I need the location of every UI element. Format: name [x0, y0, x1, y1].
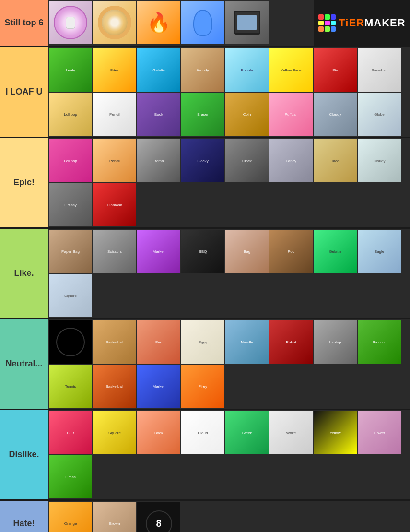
list-item: Robot: [269, 320, 313, 364]
list-item: Book: [137, 93, 180, 136]
list-item: Green: [225, 411, 269, 454]
list-item: Poo: [269, 230, 313, 273]
list-item: Leafy: [49, 48, 92, 92]
list-item: Pin: [314, 48, 357, 92]
tier-row-still-top: Still top 6 🔥: [0, 0, 410, 47]
list-item: Gelatin: [314, 230, 357, 273]
list-item: Pencil: [93, 139, 136, 182]
tier-content-like: Paper Bag Scissors Marker BBQ Bag Poo Ge…: [48, 229, 410, 318]
list-item: 🔥: [137, 1, 180, 44]
list-item: Orange: [49, 502, 92, 532]
list-item: Fries: [93, 48, 136, 92]
list-item: [93, 1, 136, 44]
list-item: Lollipop: [49, 93, 92, 136]
list-item: Eagle: [358, 230, 401, 273]
tier-label-i-loaf: I LOAF U: [0, 47, 48, 137]
list-item: [181, 1, 224, 44]
tier-label-hate: Hate!: [0, 501, 48, 532]
list-item: Fanny: [269, 139, 313, 182]
list-item: Cloudy: [314, 93, 357, 136]
list-item: Paper Bag: [49, 230, 92, 273]
list-item: Bomb: [137, 139, 180, 182]
list-item: Cloudy: [358, 139, 401, 182]
list-item: Puffball: [269, 93, 313, 136]
list-item: Firey: [181, 365, 224, 408]
list-item: Marker: [137, 230, 180, 273]
tier-label-still-top: Still top 6: [0, 0, 48, 46]
list-item: Grass: [49, 455, 92, 498]
list-item: Yellow: [314, 411, 357, 454]
list-item: Snowball: [358, 48, 401, 92]
list-item: Scissors: [93, 230, 136, 273]
list-item: [225, 1, 269, 44]
list-item: Tennis: [49, 365, 92, 408]
tier-label-neutral: Neutral...: [0, 319, 48, 409]
list-item: Lollipop: [49, 139, 92, 182]
tier-row-i-loaf: I LOAF U Leafy Fries Gelatin Woody Bubbl…: [0, 47, 410, 138]
list-item: Pencil: [93, 93, 136, 136]
tier-row-epic: Epic! Lollipop Pencil Bomb Blocky Clock …: [0, 138, 410, 229]
list-item: BBQ: [181, 230, 224, 273]
tier-label-dislike: Dislike.: [0, 410, 48, 499]
tier-row-like: Like. Paper Bag Scissors Marker BBQ Bag …: [0, 229, 410, 319]
list-item: Bag: [225, 230, 269, 273]
tier-label-epic: Epic!: [0, 138, 48, 227]
list-item: Needle: [225, 320, 269, 364]
list-item: Eraser: [181, 93, 224, 136]
list-item: Marker: [137, 365, 180, 408]
tier-row-neutral: Neutral... Basketball Pen Eggy Needle Ro…: [0, 319, 410, 410]
list-item: Coin: [225, 93, 269, 136]
list-item: Cloud: [181, 411, 224, 454]
list-item: Broccoli: [358, 320, 401, 364]
tier-content-still-top: 🔥: [48, 0, 314, 46]
list-item: Woody: [181, 48, 224, 92]
list-item: Eggy: [181, 320, 224, 364]
list-item: Blocky: [181, 139, 224, 182]
list-item: Yellow Face: [269, 48, 313, 92]
list-item: Basketball: [93, 365, 136, 408]
list-item: Square: [93, 411, 136, 454]
list-item: Brown: [93, 502, 136, 532]
tier-content-neutral: Basketball Pen Eggy Needle Robot Laptop …: [48, 319, 410, 409]
tier-row-hate: Hate! Orange Brown 8: [0, 501, 410, 532]
list-item: Book: [137, 411, 180, 454]
list-item: Globe: [358, 93, 401, 136]
list-item: Clock: [225, 139, 269, 182]
list-item: Basketball: [93, 320, 136, 364]
list-item: Bubble: [225, 48, 269, 92]
tier-content-i-loaf: Leafy Fries Gelatin Woody Bubble Yellow …: [48, 47, 410, 137]
tier-row-dislike: Dislike. BFB Square Book Cloud Green Whi…: [0, 410, 410, 501]
list-item: Square: [49, 274, 92, 317]
list-item: Pen: [137, 320, 180, 364]
list-item: BFB: [49, 411, 92, 454]
tier-label-like: Like.: [0, 229, 48, 318]
tiermaker-logo: TiERMAKER: [314, 0, 410, 46]
list-item: 8: [137, 502, 180, 532]
list-item: Laptop: [314, 320, 357, 364]
list-item: [49, 1, 92, 44]
list-item: Flower: [358, 411, 401, 454]
tier-list: Still top 6 🔥: [0, 0, 410, 532]
list-item: Gelatin: [137, 48, 180, 92]
list-item: Taco: [314, 139, 357, 182]
list-item: Grassy: [49, 183, 92, 226]
tier-content-epic: Lollipop Pencil Bomb Blocky Clock Fanny …: [48, 138, 410, 227]
list-item: White: [269, 411, 313, 454]
tier-content-hate: Orange Brown 8: [48, 501, 410, 532]
list-item: [49, 320, 92, 364]
tier-content-dislike: BFB Square Book Cloud Green White Yellow…: [48, 410, 410, 499]
list-item: Diamond: [93, 183, 136, 226]
